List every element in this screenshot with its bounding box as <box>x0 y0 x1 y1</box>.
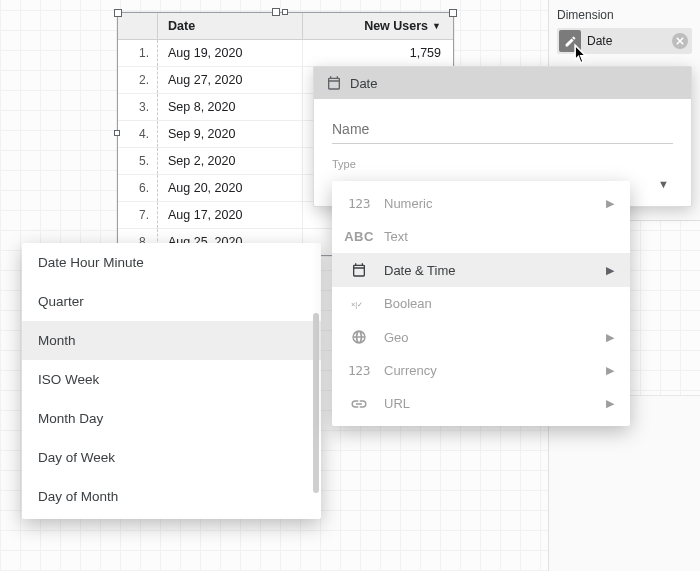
field-type-label: Type <box>332 158 673 170</box>
field-name-input[interactable] <box>332 117 673 144</box>
subtype-menu-item[interactable]: Day of Month <box>22 477 321 516</box>
field-editor-header: Date <box>314 67 691 99</box>
cell-date: Sep 2, 2020 <box>158 148 303 174</box>
date-subtype-menu: Date Hour MinuteQuarterMonthISO WeekMont… <box>22 243 321 519</box>
type-menu-item[interactable]: ABCText <box>332 220 630 253</box>
row-number-header <box>118 13 158 39</box>
calendar-icon <box>348 262 370 278</box>
cell-date: Sep 8, 2020 <box>158 94 303 120</box>
type-menu-label: Date & Time <box>384 263 456 278</box>
cell-date: Aug 19, 2020 <box>158 40 303 66</box>
calendar-icon <box>326 75 342 91</box>
row-number: 6. <box>118 175 158 201</box>
link-icon <box>348 398 370 410</box>
svg-text:×|✓: ×|✓ <box>351 299 363 308</box>
type-menu-label: Currency <box>384 363 437 378</box>
numeric-icon: 123 <box>348 363 370 378</box>
row-number: 5. <box>118 148 158 174</box>
close-icon <box>676 37 684 45</box>
type-menu-item[interactable]: ×|✓Boolean <box>332 287 630 320</box>
cell-date: Aug 27, 2020 <box>158 67 303 93</box>
cell-date: Aug 20, 2020 <box>158 175 303 201</box>
subtype-menu-item[interactable]: ISO Week <box>22 360 321 399</box>
type-menu-label: Geo <box>384 330 409 345</box>
chevron-right-icon: ▶ <box>606 364 614 377</box>
column-header-date[interactable]: Date <box>158 13 303 39</box>
row-number: 1. <box>118 40 158 66</box>
resize-handle[interactable] <box>114 130 120 136</box>
column-resize-handle[interactable] <box>272 8 280 16</box>
subtype-menu-item[interactable]: Quarter <box>22 282 321 321</box>
type-menu-label: Numeric <box>384 196 432 211</box>
cell-date: Aug 17, 2020 <box>158 202 303 228</box>
type-menu-item[interactable]: 123Numeric▶ <box>332 187 630 220</box>
row-number: 7. <box>118 202 158 228</box>
boolean-icon: ×|✓ <box>348 298 370 310</box>
chevron-down-icon: ▼ <box>658 178 673 190</box>
table-header-row: Date New Users ▼ <box>118 13 453 40</box>
subtype-menu-item[interactable]: Day of Week <box>22 438 321 477</box>
table-row[interactable]: 1.Aug 19, 20201,759 <box>118 40 453 67</box>
subtype-menu-item[interactable]: Month <box>22 321 321 360</box>
subtype-menu-item[interactable]: Date Hour Minute <box>22 243 321 282</box>
chevron-right-icon: ▶ <box>606 397 614 410</box>
globe-icon <box>348 329 370 345</box>
type-menu-label: Boolean <box>384 296 432 311</box>
dimension-chip-date[interactable]: Date <box>557 28 692 54</box>
chevron-right-icon: ▶ <box>606 264 614 277</box>
sort-desc-icon: ▼ <box>432 21 441 31</box>
type-menu-item[interactable]: Date & Time▶ <box>332 253 630 287</box>
type-menu-item[interactable]: URL▶ <box>332 387 630 420</box>
row-number: 3. <box>118 94 158 120</box>
remove-dimension-button[interactable] <box>672 33 688 49</box>
row-number: 2. <box>118 67 158 93</box>
pencil-icon <box>564 35 577 48</box>
type-menu: 123Numeric▶ABCTextDate & Time▶×|✓Boolean… <box>332 181 630 426</box>
field-editor-title: Date <box>350 76 377 91</box>
text-icon: ABC <box>348 229 370 244</box>
dimension-chip-label: Date <box>587 34 612 48</box>
numeric-icon: 123 <box>348 196 370 211</box>
subtype-menu-item[interactable]: Month Day <box>22 399 321 438</box>
scrollbar-thumb[interactable] <box>313 313 319 493</box>
resize-handle[interactable] <box>282 9 288 15</box>
type-menu-item[interactable]: 123Currency▶ <box>332 354 630 387</box>
type-menu-item[interactable]: Geo▶ <box>332 320 630 354</box>
type-menu-label: Text <box>384 229 408 244</box>
cell-date: Sep 9, 2020 <box>158 121 303 147</box>
row-number: 4. <box>118 121 158 147</box>
column-header-label: New Users <box>364 19 428 33</box>
chevron-right-icon: ▶ <box>606 331 614 344</box>
subtype-menu-item[interactable]: Hour <box>22 516 321 519</box>
column-header-new-users[interactable]: New Users ▼ <box>303 13 453 39</box>
type-menu-label: URL <box>384 396 410 411</box>
chevron-right-icon: ▶ <box>606 197 614 210</box>
edit-dimension-button[interactable] <box>559 30 581 52</box>
cell-value: 1,759 <box>303 40 453 66</box>
section-label-dimension: Dimension <box>557 8 692 22</box>
